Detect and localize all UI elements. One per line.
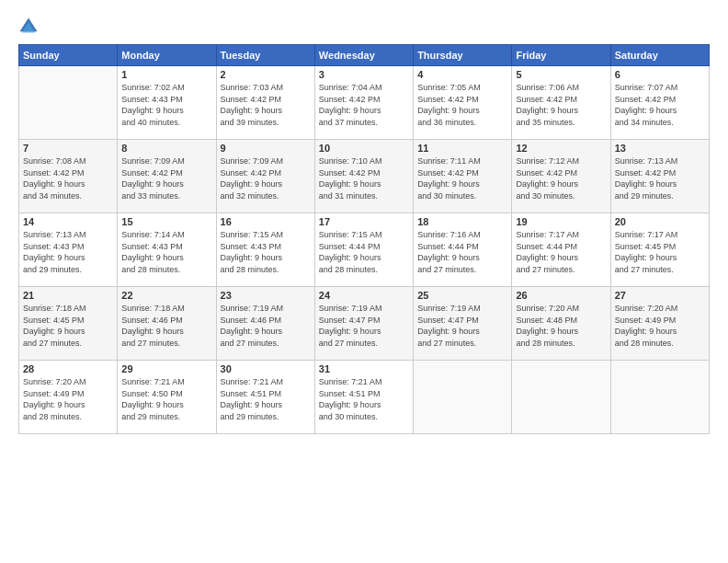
header-row: SundayMondayTuesdayWednesdayThursdayFrid… — [19, 45, 710, 66]
cell-w1-d1: 8Sunrise: 7:09 AMSunset: 4:42 PMDaylight… — [118, 140, 216, 213]
day-info: Sunrise: 7:03 AMSunset: 4:42 PMDaylight:… — [221, 82, 311, 128]
day-info: Sunrise: 7:12 AMSunset: 4:42 PMDaylight:… — [516, 155, 606, 201]
day-info: Sunrise: 7:15 AMSunset: 4:43 PMDaylight:… — [221, 229, 311, 275]
day-info: Sunrise: 7:15 AMSunset: 4:44 PMDaylight:… — [319, 229, 409, 275]
day-info: Sunrise: 7:09 AMSunset: 4:42 PMDaylight:… — [121, 155, 211, 201]
day-number: 29 — [121, 363, 211, 374]
cell-w3-d6: 27Sunrise: 7:20 AMSunset: 4:49 PMDayligh… — [610, 287, 709, 361]
cell-w0-d0 — [19, 66, 118, 140]
day-number: 28 — [23, 363, 113, 374]
cell-w4-d2: 30Sunrise: 7:21 AMSunset: 4:51 PMDayligh… — [216, 361, 314, 434]
day-info: Sunrise: 7:07 AMSunset: 4:42 PMDaylight:… — [615, 82, 705, 128]
cell-w3-d2: 23Sunrise: 7:19 AMSunset: 4:46 PMDayligh… — [216, 287, 314, 361]
day-number: 17 — [319, 216, 409, 227]
day-info: Sunrise: 7:14 AMSunset: 4:43 PMDaylight:… — [121, 229, 211, 275]
day-number: 21 — [23, 290, 113, 301]
cell-w4-d5 — [512, 361, 610, 434]
cell-w3-d1: 22Sunrise: 7:18 AMSunset: 4:46 PMDayligh… — [118, 287, 216, 361]
logo-icon — [18, 17, 39, 37]
day-info: Sunrise: 7:19 AMSunset: 4:46 PMDaylight:… — [221, 303, 311, 349]
col-header-sunday: Sunday — [19, 45, 118, 66]
cell-w1-d5: 12Sunrise: 7:12 AMSunset: 4:42 PMDayligh… — [512, 140, 610, 213]
cell-w3-d5: 26Sunrise: 7:20 AMSunset: 4:48 PMDayligh… — [512, 287, 610, 361]
day-info: Sunrise: 7:20 AMSunset: 4:49 PMDaylight:… — [23, 376, 113, 422]
day-number: 16 — [221, 216, 311, 227]
day-number: 27 — [615, 290, 705, 301]
cell-w0-d1: 1Sunrise: 7:02 AMSunset: 4:43 PMDaylight… — [118, 66, 216, 140]
cell-w0-d5: 5Sunrise: 7:06 AMSunset: 4:42 PMDaylight… — [512, 66, 610, 140]
day-number: 9 — [221, 143, 311, 154]
cell-w2-d4: 18Sunrise: 7:16 AMSunset: 4:44 PMDayligh… — [414, 213, 512, 287]
day-number: 26 — [516, 290, 606, 301]
day-number: 31 — [319, 363, 409, 374]
day-info: Sunrise: 7:08 AMSunset: 4:42 PMDaylight:… — [23, 155, 113, 201]
day-number: 5 — [516, 69, 606, 80]
day-info: Sunrise: 7:18 AMSunset: 4:46 PMDaylight:… — [121, 303, 211, 349]
cell-w2-d2: 16Sunrise: 7:15 AMSunset: 4:43 PMDayligh… — [216, 213, 314, 287]
cell-w0-d2: 2Sunrise: 7:03 AMSunset: 4:42 PMDaylight… — [216, 66, 314, 140]
cell-w1-d6: 13Sunrise: 7:13 AMSunset: 4:42 PMDayligh… — [610, 140, 709, 213]
day-info: Sunrise: 7:21 AMSunset: 4:51 PMDaylight:… — [319, 376, 409, 422]
cell-w0-d6: 6Sunrise: 7:07 AMSunset: 4:42 PMDaylight… — [610, 66, 709, 140]
day-number: 12 — [516, 143, 606, 154]
day-info: Sunrise: 7:11 AMSunset: 4:42 PMDaylight:… — [417, 155, 507, 201]
day-number: 3 — [319, 69, 409, 80]
cell-w1-d2: 9Sunrise: 7:09 AMSunset: 4:42 PMDaylight… — [216, 140, 314, 213]
col-header-tuesday: Tuesday — [216, 45, 314, 66]
day-number: 22 — [121, 290, 211, 301]
cell-w2-d1: 15Sunrise: 7:14 AMSunset: 4:43 PMDayligh… — [118, 213, 216, 287]
day-number: 7 — [23, 143, 113, 154]
week-row-4: 28Sunrise: 7:20 AMSunset: 4:49 PMDayligh… — [19, 361, 710, 434]
day-number: 6 — [615, 69, 705, 80]
cell-w4-d1: 29Sunrise: 7:21 AMSunset: 4:50 PMDayligh… — [118, 361, 216, 434]
day-number: 24 — [319, 290, 409, 301]
day-number: 18 — [417, 216, 507, 227]
cell-w4-d6 — [610, 361, 709, 434]
cell-w4-d3: 31Sunrise: 7:21 AMSunset: 4:51 PMDayligh… — [314, 361, 413, 434]
week-row-3: 21Sunrise: 7:18 AMSunset: 4:45 PMDayligh… — [19, 287, 710, 361]
col-header-thursday: Thursday — [414, 45, 512, 66]
day-info: Sunrise: 7:04 AMSunset: 4:42 PMDaylight:… — [319, 82, 409, 128]
cell-w3-d0: 21Sunrise: 7:18 AMSunset: 4:45 PMDayligh… — [19, 287, 118, 361]
week-row-0: 1Sunrise: 7:02 AMSunset: 4:43 PMDaylight… — [19, 66, 710, 140]
col-header-wednesday: Wednesday — [314, 45, 413, 66]
day-info: Sunrise: 7:17 AMSunset: 4:45 PMDaylight:… — [615, 229, 705, 275]
day-info: Sunrise: 7:19 AMSunset: 4:47 PMDaylight:… — [417, 303, 507, 349]
day-number: 20 — [615, 216, 705, 227]
week-row-1: 7Sunrise: 7:08 AMSunset: 4:42 PMDaylight… — [19, 140, 710, 213]
cell-w0-d3: 3Sunrise: 7:04 AMSunset: 4:42 PMDaylight… — [314, 66, 413, 140]
day-info: Sunrise: 7:16 AMSunset: 4:44 PMDaylight:… — [417, 229, 507, 275]
day-number: 8 — [121, 143, 211, 154]
cell-w2-d6: 20Sunrise: 7:17 AMSunset: 4:45 PMDayligh… — [610, 213, 709, 287]
cell-w1-d0: 7Sunrise: 7:08 AMSunset: 4:42 PMDaylight… — [19, 140, 118, 213]
day-info: Sunrise: 7:21 AMSunset: 4:51 PMDaylight:… — [221, 376, 311, 422]
day-info: Sunrise: 7:13 AMSunset: 4:43 PMDaylight:… — [23, 229, 113, 275]
day-info: Sunrise: 7:18 AMSunset: 4:45 PMDaylight:… — [23, 303, 113, 349]
cell-w3-d4: 25Sunrise: 7:19 AMSunset: 4:47 PMDayligh… — [414, 287, 512, 361]
day-number: 30 — [221, 363, 311, 374]
day-number: 14 — [23, 216, 113, 227]
day-info: Sunrise: 7:20 AMSunset: 4:49 PMDaylight:… — [615, 303, 705, 349]
day-info: Sunrise: 7:20 AMSunset: 4:48 PMDaylight:… — [516, 303, 606, 349]
day-number: 15 — [121, 216, 211, 227]
day-number: 13 — [615, 143, 705, 154]
day-info: Sunrise: 7:19 AMSunset: 4:47 PMDaylight:… — [319, 303, 409, 349]
day-info: Sunrise: 7:17 AMSunset: 4:44 PMDaylight:… — [516, 229, 606, 275]
col-header-monday: Monday — [118, 45, 216, 66]
week-row-2: 14Sunrise: 7:13 AMSunset: 4:43 PMDayligh… — [19, 213, 710, 287]
calendar-table: SundayMondayTuesdayWednesdayThursdayFrid… — [18, 44, 710, 434]
day-info: Sunrise: 7:02 AMSunset: 4:43 PMDaylight:… — [121, 82, 211, 128]
cell-w0-d4: 4Sunrise: 7:05 AMSunset: 4:42 PMDaylight… — [414, 66, 512, 140]
day-number: 25 — [417, 290, 507, 301]
day-number: 19 — [516, 216, 606, 227]
day-info: Sunrise: 7:10 AMSunset: 4:42 PMDaylight:… — [319, 155, 409, 201]
header — [18, 17, 710, 37]
day-number: 2 — [221, 69, 311, 80]
day-number: 4 — [417, 69, 507, 80]
cell-w1-d4: 11Sunrise: 7:11 AMSunset: 4:42 PMDayligh… — [414, 140, 512, 213]
day-number: 1 — [121, 69, 211, 80]
day-info: Sunrise: 7:06 AMSunset: 4:42 PMDaylight:… — [516, 82, 606, 128]
cell-w4-d0: 28Sunrise: 7:20 AMSunset: 4:49 PMDayligh… — [19, 361, 118, 434]
col-header-friday: Friday — [512, 45, 610, 66]
cell-w2-d0: 14Sunrise: 7:13 AMSunset: 4:43 PMDayligh… — [19, 213, 118, 287]
